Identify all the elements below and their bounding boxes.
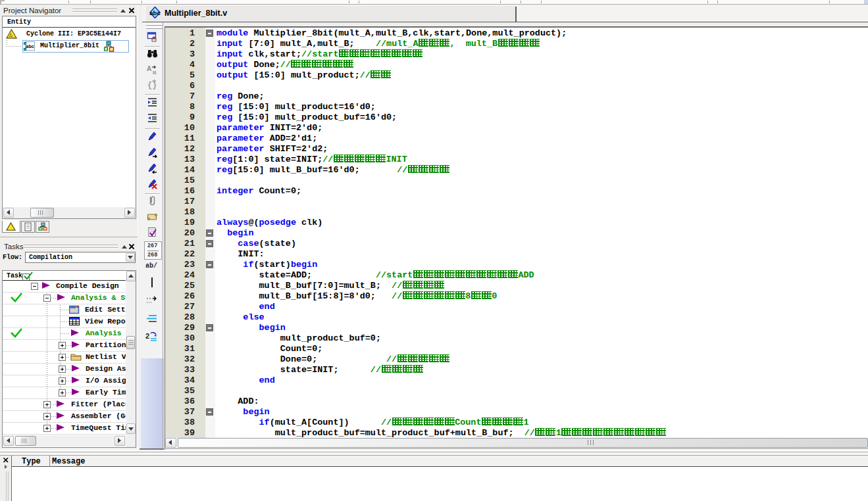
svg-text:B: B [153, 70, 157, 75]
svg-text:{}: {} [147, 81, 157, 90]
svg-text:2: 2 [145, 332, 149, 340]
svg-text:A: A [147, 65, 151, 72]
svg-text:abc: abc [149, 9, 160, 16]
